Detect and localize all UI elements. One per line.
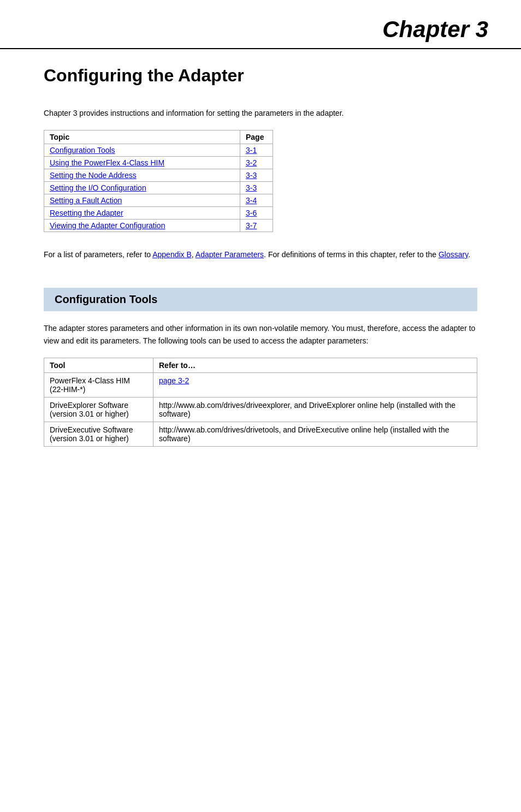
chapter-title: Chapter 3 [382,16,488,43]
toc-page-link[interactable]: 3-3 [246,183,257,192]
page: Chapter 3 Configuring the Adapter Chapte… [0,0,521,812]
section1-title: Configuration Tools [55,293,158,305]
toc-topic: Resetting the Adapter [44,207,240,220]
ref-text-before: For a list of parameters, refer to [44,250,152,259]
tools-tool: DriveExecutive Software(version 3.01 or … [44,422,153,447]
toc-header-page: Page [240,131,273,144]
toc-row: Configuration Tools3-1 [44,144,273,157]
chapter-header: Chapter 3 [0,0,521,49]
toc-topic-link[interactable]: Configuration Tools [50,146,115,155]
tools-row: PowerFlex 4-Class HIM(22-HIM-*)page 3-2 [44,373,477,398]
toc-page-link[interactable]: 3-3 [246,171,257,180]
toc-row: Using the PowerFlex 4-Class HIM3-2 [44,157,273,169]
toc-page-link[interactable]: 3-4 [246,196,257,205]
toc-page-link[interactable]: 3-1 [246,146,257,155]
toc-row: Setting a Fault Action3-4 [44,194,273,207]
section1-intro: The adapter stores parameters and other … [44,322,477,347]
toc-topic-link[interactable]: Resetting the Adapter [50,209,123,217]
toc-topic-link[interactable]: Setting the Node Address [50,171,137,180]
toc-page: 3-6 [240,207,273,220]
toc-topic-link[interactable]: Viewing the Adapter Configuration [50,221,165,230]
tools-refer: http://www.ab.com/drives/driveexplorer, … [153,398,477,422]
toc-topic: Viewing the Adapter Configuration [44,220,240,232]
tools-row: DriveExplorer Software(version 3.01 or h… [44,398,477,422]
tools-row: DriveExecutive Software(version 3.01 or … [44,422,477,447]
toc-row: Setting the Node Address3-3 [44,169,273,182]
toc-topic-link[interactable]: Setting the I/O Configuration [50,183,146,192]
toc-row: Setting the I/O Configuration3-3 [44,182,273,194]
toc-topic: Configuration Tools [44,144,240,157]
toc-topic-link[interactable]: Using the PowerFlex 4-Class HIM [50,158,164,167]
toc-page: 3-1 [240,144,273,157]
toc-page-link[interactable]: 3-2 [246,158,257,167]
ref-text-after: . For definitions of terms in this chapt… [264,250,439,259]
toc-page: 3-3 [240,182,273,194]
ref-text-between: , [192,250,196,259]
section1-box: Configuration Tools [44,288,477,311]
main-content: Configuring the Adapter Chapter 3 provid… [0,66,521,479]
tools-tool: PowerFlex 4-Class HIM(22-HIM-*) [44,373,153,398]
tools-refer-link[interactable]: page 3-2 [159,376,189,385]
toc-row: Resetting the Adapter3-6 [44,207,273,220]
toc-row: Viewing the Adapter Configuration3-7 [44,220,273,232]
toc-table: Topic Page Configuration Tools3-1Using t… [44,130,273,232]
toc-page: 3-3 [240,169,273,182]
ref-text-end: . [468,250,470,259]
tools-header-refer: Refer to… [153,358,477,373]
toc-page: 3-4 [240,194,273,207]
tools-refer: page 3-2 [153,373,477,398]
toc-topic: Setting a Fault Action [44,194,240,207]
tools-header-tool: Tool [44,358,153,373]
adapter-parameters-link[interactable]: Adapter Parameters [196,250,264,259]
ref-paragraph: For a list of parameters, refer to Appen… [44,248,477,260]
toc-page-link[interactable]: 3-7 [246,221,257,230]
toc-page: 3-7 [240,220,273,232]
toc-topic: Setting the Node Address [44,169,240,182]
intro-text: Chapter 3 provides instructions and info… [44,108,477,119]
toc-page: 3-2 [240,157,273,169]
toc-topic-link[interactable]: Setting a Fault Action [50,196,122,205]
tools-table: Tool Refer to… PowerFlex 4-Class HIM(22-… [44,358,477,447]
toc-header-topic: Topic [44,131,240,144]
appendix-b-link[interactable]: Appendix B [152,250,192,259]
toc-topic: Using the PowerFlex 4-Class HIM [44,157,240,169]
tools-tool: DriveExplorer Software(version 3.01 or h… [44,398,153,422]
tools-refer: http://www.ab.com/drives/drivetools, and… [153,422,477,447]
page-title: Configuring the Adapter [44,66,477,86]
glossary-link[interactable]: Glossary [439,250,468,259]
toc-page-link[interactable]: 3-6 [246,209,257,217]
toc-topic: Setting the I/O Configuration [44,182,240,194]
